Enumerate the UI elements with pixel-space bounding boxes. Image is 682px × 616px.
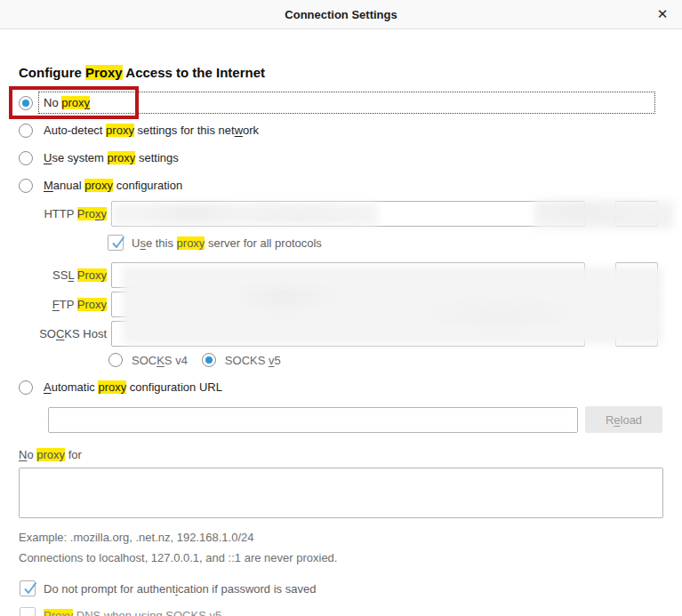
radio-auto-url-icon[interactable] (19, 380, 33, 395)
radio-use-system-icon[interactable] (19, 151, 33, 165)
option-row-no-proxy[interactable]: No proxy (19, 90, 663, 116)
radio-manual-icon[interactable] (19, 179, 33, 193)
socks-host-row: SOCKS Host (19, 321, 663, 347)
no-proxy-for-label: No proxy for (19, 448, 663, 461)
ssl-port-input[interactable] (615, 262, 658, 288)
radio-socks-v4-icon[interactable] (108, 353, 123, 367)
no-proxy-for-textarea[interactable] (19, 468, 663, 518)
http-proxy-row: HTTP Proxy (19, 201, 663, 227)
ftp-proxy-label: FTP Proxy (19, 298, 107, 311)
autodetect-label: Auto-detect proxy settings for this netw… (44, 124, 259, 137)
option-row-use-system[interactable]: Use system proxy settings (19, 145, 663, 171)
http-proxy-input[interactable] (111, 201, 585, 227)
use-for-all-row[interactable]: Use this proxy server for all protocols (108, 235, 663, 251)
ssl-proxy-label: SSL Proxy (19, 268, 107, 282)
no-proxy-label: No proxy (44, 96, 90, 109)
ssl-proxy-row: SSL Proxy (19, 262, 663, 288)
reload-button[interactable]: Reload (585, 406, 662, 433)
http-proxy-label: HTTP Proxy (19, 207, 107, 220)
auto-url-input[interactable] (48, 407, 578, 433)
never-proxied-note: Connections to localhost, 127.0.0.1, and… (19, 550, 663, 565)
ftp-proxy-input[interactable] (111, 292, 585, 317)
use-for-all-label: Use this proxy server for all protocols (132, 236, 322, 250)
no-prompt-label: Do not prompt for authentication if pass… (44, 582, 316, 596)
ftp-proxy-row: FTP Proxy (19, 292, 663, 317)
manual-label: Manual proxy configuration (44, 179, 182, 192)
socks-version-row: SOCKS v4 SOCKS v5 (108, 353, 663, 367)
no-prompt-row[interactable]: Do not prompt for authentication if pass… (20, 580, 663, 596)
ftp-port-input[interactable] (615, 292, 658, 317)
example-note: Example: .mozilla.org, .net.nz, 192.168.… (19, 530, 663, 545)
socks-port-input[interactable] (615, 321, 658, 347)
connection-settings-dialog: Connection Settings ✕ Configure Proxy Ac… (0, 0, 682, 616)
proxy-dns-label: Proxy DNS when using SOCKS v5 (44, 609, 221, 616)
auto-url-label: Automatic proxy configuration URL (44, 380, 222, 394)
titlebar: Connection Settings ✕ (0, 0, 682, 29)
option-row-auto-url[interactable]: Automatic proxy configuration URL (19, 374, 663, 400)
radio-autodetect-icon[interactable] (19, 124, 33, 138)
ssl-proxy-input[interactable] (111, 262, 585, 288)
option-row-manual[interactable]: Manual proxy configuration (19, 172, 663, 198)
http-port-input[interactable] (615, 201, 658, 227)
use-system-label: Use system proxy settings (44, 151, 179, 164)
checkbox-use-for-all-icon[interactable] (108, 235, 124, 251)
close-icon[interactable]: ✕ (653, 4, 672, 24)
dialog-content: Configure Proxy Access to the Internet N… (0, 63, 682, 616)
auto-url-input-row: Reload (48, 406, 663, 433)
dialog-title: Connection Settings (285, 8, 397, 21)
checkbox-proxy-dns-icon[interactable] (20, 607, 36, 616)
socks-host-input[interactable] (111, 321, 585, 347)
socks-v5-label: SOCKS v5 (225, 354, 281, 367)
option-row-autodetect[interactable]: Auto-detect proxy settings for this netw… (19, 117, 663, 143)
checkbox-no-prompt-icon[interactable] (20, 580, 36, 596)
socks-host-label: SOCKS Host (19, 327, 107, 340)
radio-no-proxy-icon[interactable] (19, 96, 33, 110)
no-proxy-focus-ring: No proxy (38, 92, 655, 114)
page-title: Configure Proxy Access to the Internet (19, 63, 663, 82)
socks-v4-label: SOCKS v4 (132, 354, 188, 367)
checkmark-icon (21, 580, 39, 597)
checkmark-icon (109, 234, 127, 252)
radio-socks-v5-icon[interactable] (202, 353, 216, 367)
proxy-dns-row[interactable]: Proxy DNS when using SOCKS v5 (20, 607, 663, 616)
